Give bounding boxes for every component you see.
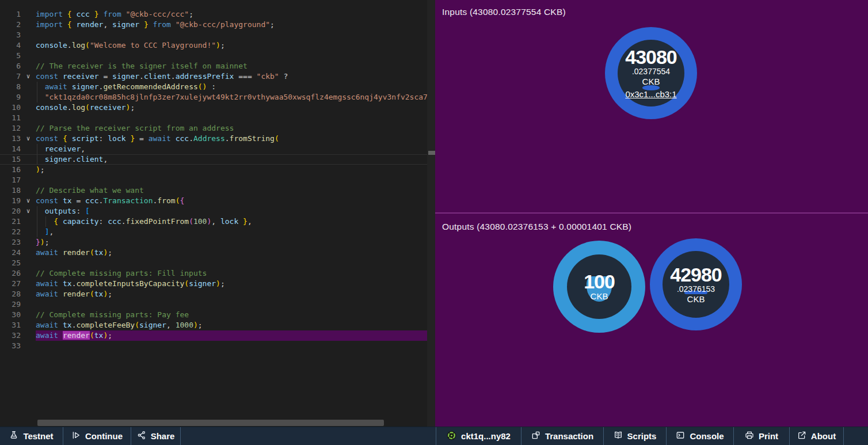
gutter-spacer xyxy=(21,279,36,289)
gutter-spacer xyxy=(21,310,36,320)
line-number: 22 xyxy=(0,227,21,237)
line-number: 33 xyxy=(0,341,21,351)
code-line[interactable]: 6// The receiver is the signer itself on… xyxy=(0,61,435,71)
code-line[interactable]: 8 await signer.getRecommendedAddress() : xyxy=(0,82,435,92)
code-line[interactable]: 25 xyxy=(0,258,435,268)
code-line[interactable]: 27await tx.completeInputsByCapacity(sign… xyxy=(0,279,435,289)
bottom-toolbar: Testnet Continue Share ckt1q...ny82 xyxy=(0,427,868,445)
code-line[interactable]: 1import { ccc } from "@ckb-ccc/ccc"; xyxy=(0,9,435,20)
code-line[interactable]: 13∨const { script: lock } = await ccc.Ad… xyxy=(0,134,435,144)
print-label: Print xyxy=(759,431,778,441)
wallet-address-label: ckt1q...ny82 xyxy=(461,431,511,441)
code-line[interactable]: 2import { render, signer } from "@ckb-cc… xyxy=(0,20,435,30)
line-number: 7 xyxy=(0,71,21,82)
output-0-amount: 100 xyxy=(584,272,615,291)
fold-chevron-icon[interactable]: ∨ xyxy=(21,134,36,144)
scripts-icon xyxy=(614,431,623,442)
gutter-spacer xyxy=(21,216,36,227)
outputs-title: Outputs (43080.02376153 + 0.00001401 CKB… xyxy=(442,222,631,232)
ccc-playground-app: 1import { ccc } from "@ckb-ccc/ccc";2imp… xyxy=(0,0,868,445)
gutter-spacer xyxy=(21,102,36,113)
code-line[interactable]: 18// Describe what we want xyxy=(0,185,435,196)
code-text: const tx = ccc.Transaction.from({ xyxy=(36,196,435,206)
code-line[interactable]: 26// Complete missing parts: Fill inputs xyxy=(0,268,435,279)
code-line[interactable]: 30// Complete missing parts: Pay fee xyxy=(0,310,435,320)
code-editor[interactable]: 1import { ccc } from "@ckb-ccc/ccc";2imp… xyxy=(0,0,435,427)
console-button[interactable]: Console xyxy=(667,427,734,445)
line-number: 32 xyxy=(0,330,21,341)
code-line[interactable]: 33 xyxy=(0,341,435,351)
line-number: 4 xyxy=(0,40,21,51)
transaction-button[interactable]: Transaction xyxy=(521,427,604,445)
input-cell-inner: 43080 .02377554 CKB 0x3c1...cb3:1 xyxy=(618,40,684,107)
code-line[interactable]: 23}); xyxy=(0,237,435,248)
code-line[interactable]: 24await render(tx); xyxy=(0,248,435,258)
code-line[interactable]: 11 xyxy=(0,113,435,123)
code-text xyxy=(36,30,435,40)
about-external-link-icon xyxy=(797,431,806,442)
code-line[interactable]: 21 { capacity: ccc.fixedPointFrom(100), … xyxy=(0,216,435,227)
code-line[interactable]: 22 ], xyxy=(0,227,435,237)
code-text: { capacity: ccc.fixedPointFrom(100), loc… xyxy=(36,216,435,227)
fold-chevron-icon[interactable]: ∨ xyxy=(21,206,36,216)
continue-label: Continue xyxy=(85,431,123,441)
code-text: ], xyxy=(36,227,435,237)
transaction-icon xyxy=(531,431,540,442)
code-line[interactable]: 17 xyxy=(0,175,435,185)
code-line[interactable]: 5 xyxy=(0,51,435,61)
scripts-label: Scripts xyxy=(627,431,657,441)
code-line[interactable]: 7∨const receiver = signer.client.address… xyxy=(0,71,435,82)
gutter-spacer xyxy=(21,30,36,40)
gutter-spacer xyxy=(21,51,36,61)
code-line[interactable]: 12// Parse the receiver script from an a… xyxy=(0,123,435,134)
code-text: // Describe what we want xyxy=(36,185,435,196)
testnet-button[interactable]: Testnet xyxy=(0,427,63,445)
code-text: import { render, signer } from "@ckb-ccc… xyxy=(36,20,435,30)
line-number: 3 xyxy=(0,30,21,40)
code-line[interactable]: 19∨const tx = ccc.Transaction.from({ xyxy=(0,196,435,206)
line-number: 15 xyxy=(0,154,21,165)
gutter-spacer xyxy=(21,175,36,185)
share-button[interactable]: Share xyxy=(131,427,181,445)
code-line[interactable]: 15 signer.client, xyxy=(0,154,435,165)
fold-chevron-icon[interactable]: ∨ xyxy=(21,71,36,82)
gutter-spacer xyxy=(21,237,36,248)
output-cell-1[interactable]: 42980 .02376153 CKB xyxy=(650,238,742,330)
wallet-address-button[interactable]: ckt1q...ny82 xyxy=(436,427,521,445)
horizontal-scrollbar-thumb[interactable] xyxy=(37,420,384,426)
code-line[interactable]: 16); xyxy=(0,165,435,175)
continue-button[interactable]: Continue xyxy=(63,427,131,445)
code-line[interactable]: 4console.log("Welcome to CCC Playground!… xyxy=(0,40,435,51)
code-line[interactable]: 20∨ outputs: [ xyxy=(0,206,435,216)
input-cell[interactable]: 43080 .02377554 CKB 0x3c1...cb3:1 xyxy=(605,27,697,119)
code-line[interactable]: 32await render(tx); xyxy=(0,330,435,341)
gutter-spacer xyxy=(21,92,36,102)
gutter-spacer xyxy=(21,61,36,71)
code-line[interactable]: 31await tx.completeFeeBy(signer, 1000); xyxy=(0,320,435,330)
line-number: 26 xyxy=(0,268,21,279)
code-line[interactable]: 10console.log(receiver); xyxy=(0,102,435,113)
line-number: 14 xyxy=(0,144,21,154)
about-button[interactable]: About xyxy=(790,427,844,445)
print-button[interactable]: Print xyxy=(734,427,790,445)
code-line[interactable]: 9 "ckt1qzda0cr08m85hc8jlnfp3zer7xulejywt… xyxy=(0,92,435,102)
code-text: const { script: lock } = await ccc.Addre… xyxy=(36,134,435,144)
testnet-label: Testnet xyxy=(23,431,53,441)
code-line[interactable]: 29 xyxy=(0,299,435,310)
output-cell-0[interactable]: 100 CKB xyxy=(553,241,645,333)
code-line[interactable]: 14 receiver, xyxy=(0,144,435,154)
transaction-label: Transaction xyxy=(545,431,593,441)
transaction-panel: Inputs (43080.02377554 CKB) 43080 .02377… xyxy=(435,0,868,427)
inputs-title: Inputs (43080.02377554 CKB) xyxy=(442,7,566,17)
code-line[interactable]: 28await render(tx); xyxy=(0,289,435,299)
vertical-scrollbar[interactable] xyxy=(427,0,435,427)
outpoint-link[interactable]: 0x3c1...cb3:1 xyxy=(625,89,676,100)
toolbar-right-group: ckt1q...ny82 Transaction Scripts Console xyxy=(436,427,844,445)
scripts-button[interactable]: Scripts xyxy=(604,427,667,445)
code-line[interactable]: 3 xyxy=(0,30,435,40)
overview-ruler-marker xyxy=(428,151,435,155)
code-text xyxy=(36,299,435,310)
line-number: 11 xyxy=(0,113,21,123)
gutter-spacer xyxy=(21,268,36,279)
fold-chevron-icon[interactable]: ∨ xyxy=(21,196,36,206)
